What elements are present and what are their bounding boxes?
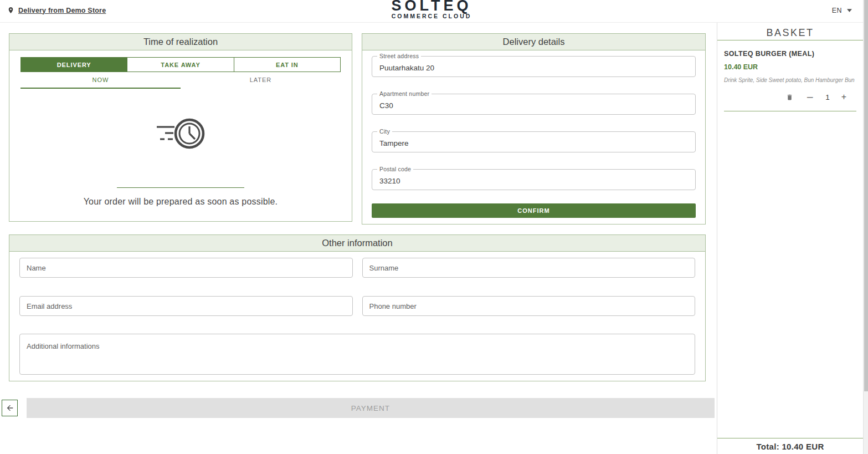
language-code[interactable]: EN	[832, 7, 842, 14]
store-location-link[interactable]: Delivery from Demo Store	[7, 6, 106, 15]
confirm-button[interactable]: CONFIRM	[372, 203, 696, 218]
store-location-label[interactable]: Delivery from Demo Store	[18, 7, 106, 14]
time-panel-title: Time of realization	[9, 34, 352, 50]
city-field: City	[372, 131, 696, 152]
apartment-number-input[interactable]	[372, 94, 695, 114]
minus-icon: −	[806, 91, 814, 103]
tab-take-away[interactable]: TAKE AWAY	[127, 57, 234, 72]
tab-now[interactable]: NOW	[20, 72, 181, 89]
city-input[interactable]	[372, 132, 695, 152]
map-pin-icon	[7, 6, 14, 15]
page-scrollbar[interactable]	[863, 0, 868, 454]
basket-sidebar: BASKET SOLTEQ BURGER (MEAL) 10.40 EUR Dr…	[717, 23, 863, 454]
quantity-value: 1	[825, 93, 830, 101]
other-information-panel: Other information	[9, 234, 706, 381]
tab-eat-in[interactable]: EAT IN	[234, 57, 341, 72]
chevron-down-icon	[847, 9, 852, 12]
decrease-quantity-button[interactable]: −	[806, 91, 814, 103]
postal-code-field: Postal code	[372, 169, 696, 190]
phone-input[interactable]	[362, 296, 696, 316]
apartment-number-label: Apartment number	[377, 90, 432, 97]
checkout-page: Delivery from Demo Store SOLTEQ COMMERCE…	[0, 0, 868, 454]
email-input[interactable]	[19, 296, 353, 316]
apartment-number-field: Apartment number	[372, 94, 696, 115]
top-bar: Delivery from Demo Store SOLTEQ COMMERCE…	[0, 0, 863, 23]
plus-icon: +	[841, 92, 846, 102]
basket-item-name: SOLTEQ BURGER (MEAL)	[724, 50, 856, 58]
scrollbar-thumb[interactable]	[864, 0, 868, 391]
basket-item: SOLTEQ BURGER (MEAL) 10.40 EUR Drink Spr…	[717, 40, 863, 111]
language-selector[interactable]: EN	[832, 7, 852, 14]
basket-item-price: 10.40 EUR	[724, 63, 856, 71]
postal-code-input[interactable]	[372, 170, 695, 190]
tab-delivery[interactable]: DELIVERY	[20, 57, 127, 72]
increase-quantity-button[interactable]: +	[841, 92, 846, 102]
logo-title: SOLTEQ	[391, 0, 471, 13]
back-button[interactable]	[2, 400, 18, 416]
delivery-details-panel: Delivery details Street address Apartmen…	[362, 33, 706, 225]
postal-code-label: Postal code	[377, 166, 413, 172]
basket-title: BASKET	[717, 25, 863, 40]
payment-button[interactable]: PAYMENT	[27, 398, 715, 418]
basket-item-description: Drink Sprite, Side Sweet potato, Bun Ham…	[724, 77, 856, 83]
message-divider	[117, 187, 244, 188]
additional-info-textarea[interactable]	[19, 334, 695, 375]
other-panel-title: Other information	[9, 235, 705, 252]
remove-item-button[interactable]	[786, 93, 793, 101]
quantity-controls: − 1 +	[724, 91, 856, 103]
preparation-message: Your order will be prepared as soon as p…	[9, 197, 352, 207]
basket-total: Total: 10.40 EUR	[717, 438, 863, 454]
fast-clock-icon	[9, 114, 352, 153]
city-label: City	[377, 128, 392, 135]
logo: SOLTEQ COMMERCE CLOUD	[391, 0, 471, 20]
tab-later[interactable]: LATER	[181, 72, 341, 89]
trash-icon	[786, 93, 793, 101]
delivery-panel-title: Delivery details	[362, 34, 705, 50]
street-address-field: Street address	[372, 56, 696, 77]
time-of-realization-panel: Time of realization DELIVERY TAKE AWAY E…	[9, 33, 352, 222]
fulfillment-tabs: DELIVERY TAKE AWAY EAT IN	[20, 57, 341, 72]
arrow-left-icon	[6, 404, 14, 412]
basket-item-divider	[724, 111, 856, 111]
logo-subtitle: COMMERCE CLOUD	[391, 13, 471, 20]
street-address-input[interactable]	[372, 57, 695, 76]
street-address-label: Street address	[377, 53, 421, 59]
surname-input[interactable]	[362, 258, 696, 278]
name-input[interactable]	[19, 258, 353, 278]
schedule-tabs: NOW LATER	[20, 72, 341, 89]
